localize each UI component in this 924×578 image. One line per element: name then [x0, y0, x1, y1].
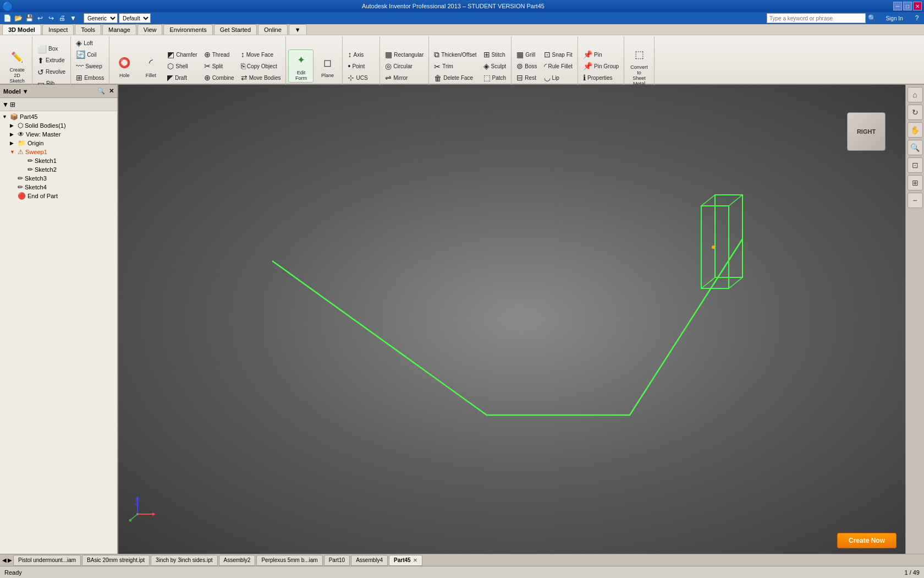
- properties-btn[interactable]: ℹProperties: [580, 72, 622, 83]
- tab-inspect[interactable]: Inspect: [42, 24, 74, 35]
- viewcube-face[interactable]: RIGHT: [847, 112, 886, 151]
- patch-btn[interactable]: ⬚Patch: [481, 72, 509, 83]
- qa-print[interactable]: 🖨: [57, 13, 67, 23]
- minimize-btn[interactable]: ─: [893, 2, 902, 10]
- nav-zoom-window-btn[interactable]: ⊞: [908, 175, 923, 190]
- tab-environments[interactable]: Environments: [163, 24, 212, 35]
- revolve-btn[interactable]: ↺Revolve: [35, 67, 68, 78]
- nav-home-btn[interactable]: ⌂: [908, 87, 923, 102]
- coil-btn[interactable]: 🔄Coil: [73, 49, 107, 60]
- shell-btn[interactable]: ⬡Shell: [164, 61, 200, 72]
- tab-3d-model[interactable]: 3D Model: [2, 24, 41, 35]
- nav-pan-btn[interactable]: ✋: [908, 122, 923, 138]
- hole-btn[interactable]: ⭕ Hole: [112, 50, 137, 83]
- thicken-offset-btn[interactable]: ⧉Thicken/Offset: [431, 49, 479, 61]
- mirror-btn[interactable]: ⇌Mirror: [382, 72, 426, 83]
- tab-3inch[interactable]: 3inch by 3inch sides.ipt: [151, 555, 217, 566]
- emboss-btn[interactable]: ⊞Emboss: [73, 72, 107, 83]
- create-2d-sketch-btn[interactable]: ✏️ Create2D Sketch: [4, 47, 30, 85]
- point-btn[interactable]: •Point: [345, 61, 370, 72]
- rest-btn[interactable]: ⊟Rest: [514, 72, 540, 83]
- maximize-btn[interactable]: □: [903, 2, 912, 10]
- snap-fit-btn[interactable]: ⊡Snap Fit: [541, 49, 575, 60]
- filter-btn[interactable]: ▼: [2, 101, 9, 108]
- trim-btn[interactable]: ✂Trim: [431, 61, 479, 72]
- tab-basic-20mm[interactable]: BAsic 20mm streight.ipt: [82, 555, 150, 566]
- panel-close-icon[interactable]: ✕: [109, 88, 114, 94]
- tree-item-end-of-part[interactable]: 🔴 End of Part: [0, 192, 117, 200]
- tab-nav-left[interactable]: ◀: [2, 557, 7, 563]
- circular-btn[interactable]: ◎Circular: [382, 61, 426, 72]
- tab-close-icon[interactable]: ✕: [413, 558, 417, 563]
- qa-save[interactable]: 💾: [24, 13, 34, 23]
- move-bodies-btn[interactable]: ⇄Move Bodies: [238, 72, 284, 83]
- tree-item-view-master[interactable]: ▶ 👁 View: Master: [0, 130, 117, 139]
- panel-filter-icon[interactable]: 🔍: [97, 88, 105, 94]
- combine-btn[interactable]: ⊕Combine: [201, 72, 237, 83]
- tab-get-started[interactable]: Get Started: [214, 24, 257, 35]
- tree-item-sketch3[interactable]: ✏ Sketch3: [0, 174, 117, 183]
- stitch-btn[interactable]: ⊞Stitch: [481, 49, 509, 60]
- tree-item-sketch2[interactable]: ✏ Sketch2: [0, 165, 117, 174]
- tree-item-origin[interactable]: ▶ 📁 Origin: [0, 139, 117, 148]
- copy-object-btn[interactable]: ⎘Copy Object: [238, 61, 284, 72]
- lip-btn[interactable]: ◡Lip: [541, 72, 575, 83]
- tree-item-solid-bodies[interactable]: ▶ ⬡ Solid Bodies(1): [0, 121, 117, 130]
- ucs-btn[interactable]: ⊹UCS: [345, 72, 370, 83]
- search-input[interactable]: [767, 13, 866, 23]
- search-button[interactable]: 🔍: [867, 13, 877, 23]
- tree-item-sketch1[interactable]: ✏ Sketch1: [0, 156, 117, 165]
- tab-more[interactable]: ▼: [289, 24, 307, 35]
- tab-nav-right[interactable]: ▶: [8, 557, 12, 563]
- workspace-select[interactable]: Generic: [84, 13, 118, 23]
- sign-in-btn[interactable]: Sign In: [878, 13, 911, 23]
- tab-view[interactable]: View: [138, 24, 163, 35]
- tab-part45[interactable]: Part45 ✕: [389, 555, 422, 566]
- grill-btn[interactable]: ▦Grill: [514, 49, 540, 60]
- tab-assembly4[interactable]: Assembly4: [351, 555, 388, 566]
- tab-assembly2[interactable]: Assembly2: [219, 555, 256, 566]
- tab-online[interactable]: Online: [258, 24, 288, 35]
- sweep-btn[interactable]: 〰Sweep: [73, 61, 107, 72]
- qa-new[interactable]: 📄: [2, 13, 12, 23]
- tab-part10[interactable]: Part10: [324, 555, 350, 566]
- split-btn[interactable]: ✂Split: [201, 61, 237, 72]
- nav-rotate-btn[interactable]: ↻: [908, 105, 923, 120]
- edit-form-btn[interactable]: ✦ EditForm: [288, 50, 314, 83]
- create-now-button[interactable]: Create Now: [837, 533, 897, 548]
- pin-group-btn[interactable]: 📌Pin Group: [580, 61, 622, 72]
- delete-face-btn[interactable]: 🗑Delete Face: [431, 73, 479, 84]
- pin-btn[interactable]: 📌Pin: [580, 49, 622, 60]
- plane-btn[interactable]: ◻ Plane: [315, 50, 340, 83]
- convert-to-sheet-metal-btn[interactable]: ⬚ Convert toSheet Metal: [626, 44, 652, 88]
- nav-minus-btn[interactable]: −: [908, 193, 923, 208]
- nav-zoom-btn[interactable]: 🔍: [908, 140, 923, 155]
- tab-pistol-undermount[interactable]: Pistol undermount...iam: [13, 555, 81, 566]
- help-btn[interactable]: ?: [912, 13, 922, 23]
- qa-open[interactable]: 📂: [13, 13, 23, 23]
- tab-manage[interactable]: Manage: [102, 24, 136, 35]
- rectangular-btn[interactable]: ▦Rectangular: [382, 49, 426, 60]
- draft-btn[interactable]: ◤Draft: [164, 72, 200, 83]
- loft-btn[interactable]: ◈Loft: [73, 37, 107, 48]
- box-btn[interactable]: ⬜Box: [35, 43, 68, 54]
- chamfer-btn[interactable]: ◩Chamfer: [164, 49, 200, 60]
- move-face-btn[interactable]: ↕Move Face: [238, 49, 284, 60]
- tab-tools[interactable]: Tools: [75, 24, 101, 35]
- axis-btn[interactable]: ↕Axis: [345, 49, 370, 60]
- close-btn[interactable]: ✕: [913, 2, 922, 10]
- qa-undo[interactable]: ↩: [35, 13, 45, 23]
- tree-item-sketch4[interactable]: ✏ Sketch4: [0, 183, 117, 192]
- extrude-btn[interactable]: ⬆Extrude: [35, 55, 68, 66]
- sculpt-btn[interactable]: ◈Sculpt: [481, 61, 509, 72]
- tab-perplexus[interactable]: Perplexus 5mm b...iam: [256, 555, 322, 566]
- expand-btn[interactable]: ⊞: [10, 101, 15, 108]
- tree-item-part45[interactable]: ▼ 📦 Part45: [0, 112, 117, 121]
- rule-fillet-btn[interactable]: ◜Rule Fillet: [541, 61, 575, 72]
- qa-more[interactable]: ▼: [68, 13, 78, 23]
- boss-btn[interactable]: ⊚Boss: [514, 61, 540, 72]
- profile-select[interactable]: Default: [119, 13, 151, 23]
- fillet-btn[interactable]: ◜ Fillet: [138, 50, 163, 83]
- viewport[interactable]: RIGHT ⌂ ↻ ✋ 🔍 ⊡ ⊞ − Z: [118, 85, 924, 554]
- thread-btn[interactable]: ⊕Thread: [201, 49, 237, 60]
